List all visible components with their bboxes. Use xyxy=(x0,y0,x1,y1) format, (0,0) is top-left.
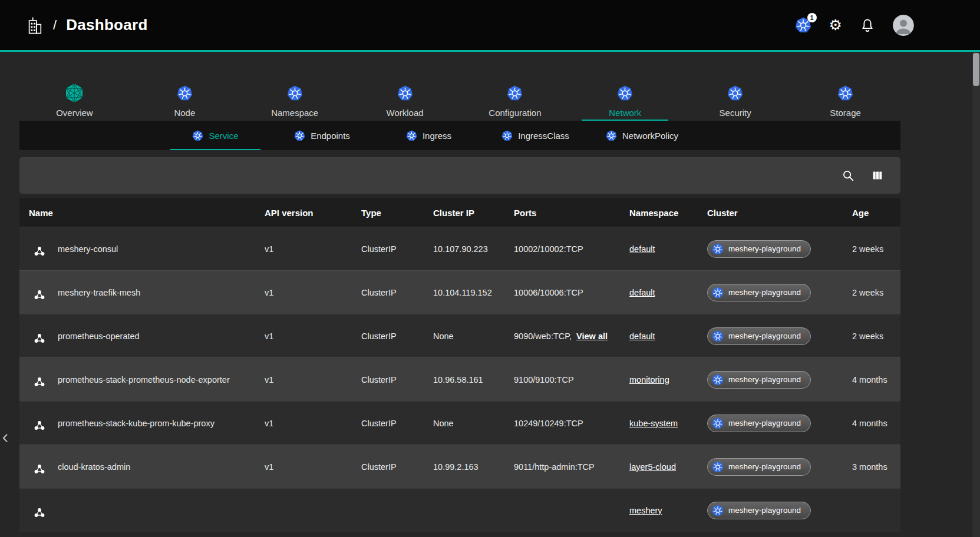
cluster-chip[interactable]: meshery-playground xyxy=(707,371,811,389)
view-all-ports-link[interactable]: View all xyxy=(576,332,608,341)
namespace-link[interactable]: layer5-cloud xyxy=(629,462,676,472)
namespace-link[interactable]: default xyxy=(629,332,655,341)
cell-age: 2 weeks xyxy=(852,288,900,297)
subtab-service[interactable]: Service xyxy=(162,121,269,150)
kubernetes-icon xyxy=(712,330,724,342)
subtab-endpoints[interactable]: Endpoints xyxy=(269,121,375,150)
kubernetes-context-button[interactable]: 1 xyxy=(795,17,811,34)
tab-label: Node xyxy=(174,108,195,118)
column-header-api-version[interactable]: API version xyxy=(265,208,361,218)
subtab-networkpolicy[interactable]: NetworkPolicy xyxy=(589,121,695,150)
cell-age: 4 months xyxy=(852,375,900,384)
cell-cluster: meshery-playground xyxy=(707,502,852,519)
table-row[interactable]: prometheus-operated v1 ClusterIP None 90… xyxy=(19,314,900,357)
scrollbar-thumb[interactable] xyxy=(973,53,979,86)
ports-value: 10249/10249:TCP xyxy=(514,419,583,428)
tab-label: Network xyxy=(609,108,641,118)
scrollbar[interactable] xyxy=(972,52,980,537)
search-button[interactable] xyxy=(839,167,857,184)
collapse-drawer-button[interactable] xyxy=(0,429,14,447)
subtab-ingress[interactable]: Ingress xyxy=(375,121,482,150)
organization-icon[interactable] xyxy=(26,15,44,35)
cell-cluster-ip: None xyxy=(433,419,514,428)
kubernetes-icon xyxy=(501,130,513,141)
kubernetes-icon xyxy=(397,82,413,104)
cluster-chip[interactable]: meshery-playground xyxy=(707,284,811,301)
tab-overview[interactable]: Overview xyxy=(19,78,130,121)
cell-cluster-ip: 10.96.58.161 xyxy=(433,375,514,384)
kubernetes-icon xyxy=(712,461,724,473)
kubernetes-icon xyxy=(727,82,743,104)
chevron-left-icon xyxy=(0,432,12,444)
search-icon xyxy=(842,169,854,182)
cluster-chip[interactable]: meshery-playground xyxy=(707,415,811,432)
subtab-label: Service xyxy=(209,131,238,141)
cell-age: 3 months xyxy=(852,462,900,472)
cluster-chip[interactable]: meshery-playground xyxy=(707,502,811,519)
namespace-link[interactable]: monitoring xyxy=(629,375,669,384)
tab-label: Workload xyxy=(387,108,424,118)
service-icon xyxy=(29,370,50,390)
kubernetes-icon xyxy=(294,130,305,141)
tab-configuration[interactable]: Configuration xyxy=(460,78,570,121)
cell-age: 2 weeks xyxy=(852,332,900,341)
subtab-label: Ingress xyxy=(423,131,451,141)
cell-ports: 10002/10002:TCP xyxy=(514,244,629,254)
column-header-ports[interactable]: Ports xyxy=(514,208,629,218)
cell-api-version: v1 xyxy=(265,462,361,472)
cell-cluster: meshery-playground xyxy=(707,415,852,432)
cluster-name: meshery-playground xyxy=(728,506,801,515)
service-name: prometheus-stack-kube-prom-kube-proxy xyxy=(58,419,215,428)
cell-name: meshery-consul xyxy=(29,239,265,259)
cluster-chip[interactable]: meshery-playground xyxy=(707,240,811,258)
namespace-link[interactable]: default xyxy=(629,244,655,254)
kubernetes-icon xyxy=(406,130,417,141)
cluster-name: meshery-playground xyxy=(728,419,801,427)
cell-namespace: meshery xyxy=(629,506,707,515)
column-header-age[interactable]: Age xyxy=(852,208,900,218)
table-row[interactable]: prometheus-stack-prometheus-node-exporte… xyxy=(19,357,900,401)
subtab-ingressclass[interactable]: IngressClass xyxy=(482,121,589,150)
column-header-cluster[interactable]: Cluster xyxy=(707,208,852,218)
cell-namespace: default xyxy=(629,288,707,297)
notifications-button[interactable] xyxy=(860,18,875,33)
breadcrumb-separator: / xyxy=(53,18,57,33)
kubernetes-icon xyxy=(507,82,523,104)
tab-namespace[interactable]: Namespace xyxy=(240,78,350,121)
tab-storage[interactable]: Storage xyxy=(790,78,900,121)
cluster-name: meshery-playground xyxy=(728,244,801,253)
tab-workload[interactable]: Workload xyxy=(350,78,460,121)
cell-namespace: layer5-cloud xyxy=(629,462,707,472)
kubernetes-icon xyxy=(192,130,203,141)
view-columns-button[interactable] xyxy=(869,167,886,184)
table-header-row: Name API version Type Cluster IP Ports N… xyxy=(19,198,900,227)
cluster-chip[interactable]: meshery-playground xyxy=(707,458,811,476)
cell-api-version: v1 xyxy=(265,244,361,254)
service-name: cloud-kratos-admin xyxy=(58,462,130,472)
cell-cluster-ip: 10.104.119.152 xyxy=(433,288,514,297)
table-row[interactable]: cloud-kratos-admin v1 ClusterIP 10.99.2.… xyxy=(19,445,900,488)
namespace-link[interactable]: default xyxy=(629,288,655,297)
column-header-name[interactable]: Name xyxy=(29,208,265,218)
column-header-namespace[interactable]: Namespace xyxy=(629,208,707,218)
column-header-cluster-ip[interactable]: Cluster IP xyxy=(433,208,514,218)
column-header-type[interactable]: Type xyxy=(361,208,433,218)
cluster-chip[interactable]: meshery-playground xyxy=(707,327,811,345)
cell-name: prometheus-stack-prometheus-node-exporte… xyxy=(29,370,265,390)
primary-tabs: Overview Node Namespace Workload Configu… xyxy=(19,78,900,121)
namespace-link[interactable]: meshery xyxy=(629,506,662,515)
table-row[interactable]: prometheus-stack-kube-prom-kube-proxy v1… xyxy=(19,401,900,445)
namespace-link[interactable]: kube-system xyxy=(629,419,678,428)
user-avatar[interactable] xyxy=(893,15,914,36)
tab-security[interactable]: Security xyxy=(680,78,790,121)
cell-cluster: meshery-playground xyxy=(707,458,852,476)
tab-label: Security xyxy=(720,108,751,118)
bell-icon xyxy=(860,18,875,33)
kubernetes-icon xyxy=(712,505,724,516)
table-row[interactable]: meshery meshery-playground xyxy=(19,488,900,532)
settings-button[interactable]: ⚙ xyxy=(829,18,842,32)
tab-node[interactable]: Node xyxy=(130,78,240,121)
table-row[interactable]: meshery-traefik-mesh v1 ClusterIP 10.104… xyxy=(19,270,900,314)
tab-network[interactable]: Network xyxy=(570,78,680,121)
table-row[interactable]: meshery-consul v1 ClusterIP 10.107.90.22… xyxy=(19,227,900,270)
